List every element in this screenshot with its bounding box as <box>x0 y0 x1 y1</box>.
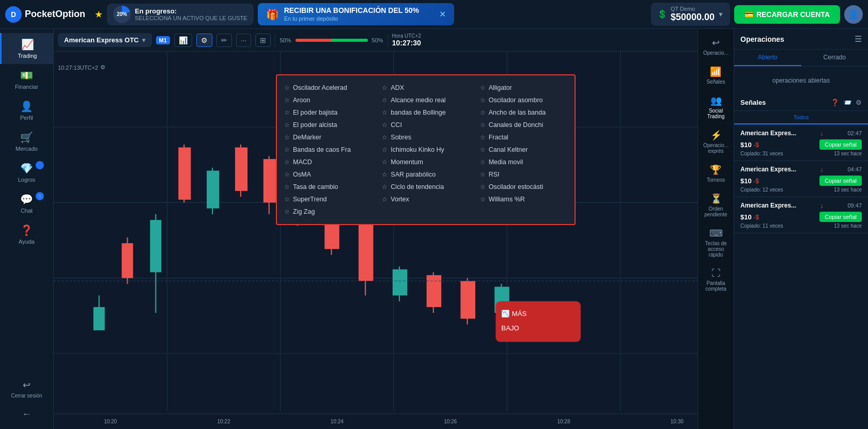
operations-list-icon[interactable]: ☰ <box>855 34 862 44</box>
star-icon[interactable]: ☆ <box>382 121 388 129</box>
gear-small-icon[interactable]: ⚙ <box>100 64 105 71</box>
grid-button[interactable]: ⊞ <box>255 34 271 47</box>
indicator-alligator[interactable]: ☆ Alligator <box>477 82 570 94</box>
indicator-poder-bajista[interactable]: ☆ El poder bajista <box>281 106 375 119</box>
logout-button[interactable]: ↩ Cerrar sesión <box>6 374 47 404</box>
star-icon[interactable]: ☆ <box>480 146 486 153</box>
tab-closed[interactable]: Cerrado <box>801 50 869 66</box>
bonus-banner[interactable]: 🎁 RECIBIR UNA BONIFICACIÓN DEL 50% En tu… <box>258 3 454 25</box>
star-icon[interactable]: ☆ <box>284 183 290 190</box>
star-icon[interactable]: ☆ <box>284 97 290 104</box>
indicator-fractal[interactable]: ☆ Fractal <box>477 131 570 144</box>
indicator-oscilador-estocastico[interactable]: ☆ Oscilador estocásti <box>477 181 570 193</box>
star-icon[interactable]: ☆ <box>284 146 290 153</box>
star-icon[interactable]: ☆ <box>382 109 388 116</box>
signals-telegram-icon[interactable]: 📨 <box>843 99 851 106</box>
sidebar-item-financiar[interactable]: 💵 Financiar <box>0 64 53 95</box>
signals-help-icon[interactable]: ❓ <box>831 99 839 106</box>
sidebar-item-teclas[interactable]: ⌨ Teclas de acceso rápido <box>698 224 734 262</box>
indicator-rsi[interactable]: ☆ RSI <box>477 168 570 181</box>
asset-selector[interactable]: American Express OTC ▾ <box>58 33 152 47</box>
sidebar-item-perfil[interactable]: 👤 Perfil <box>0 95 53 126</box>
indicator-keltner[interactable]: ☆ Canal Keltner <box>477 144 570 156</box>
star-icon[interactable]: ☆ <box>382 146 388 153</box>
indicator-oscilador-acelerado[interactable]: ☆ Oscilador Acelerad <box>281 82 375 94</box>
star-icon[interactable]: ☆ <box>480 84 486 91</box>
star-icon[interactable]: ☆ <box>284 109 290 116</box>
sidebar-item-operaciones-hist[interactable]: ↩ Operacio... <box>701 33 731 60</box>
indicator-ancho-bandas[interactable]: ☆ Ancho de las banda <box>477 106 570 119</box>
filter-all[interactable]: Todos <box>734 111 868 124</box>
indicator-demarker[interactable]: ☆ DeMarker <box>281 131 375 144</box>
indicator-poder-alcista[interactable]: ☆ El poder alcista <box>281 119 375 131</box>
favorite-icon[interactable]: ★ <box>95 9 103 20</box>
star-icon[interactable]: ☆ <box>382 97 388 104</box>
star-icon[interactable]: ☆ <box>480 109 486 116</box>
sidebar-item-senales[interactable]: 📶 Señales <box>704 62 727 89</box>
star-icon[interactable]: ☆ <box>284 171 290 178</box>
star-icon[interactable]: ☆ <box>382 84 388 91</box>
tab-open[interactable]: Abierto <box>734 50 801 66</box>
star-icon[interactable]: ☆ <box>480 196 486 203</box>
logo[interactable]: D PocketOption <box>5 6 85 23</box>
star-icon[interactable]: ☆ <box>382 183 388 190</box>
indicator-cci[interactable]: ☆ CCI <box>379 119 472 131</box>
indicator-sobres[interactable]: ☆ Sobres <box>379 131 472 144</box>
copy-signal-button-3[interactable]: Copiar señal <box>819 212 862 222</box>
indicator-ciclo-tendencia[interactable]: ☆ Ciclo de tendencia <box>379 181 472 193</box>
star-icon[interactable]: ☆ <box>480 134 486 141</box>
indicator-osma[interactable]: ☆ OsMA <box>281 168 375 181</box>
indicator-supertrend[interactable]: ☆ SuperTrend <box>281 193 375 205</box>
sidebar-item-chat[interactable]: 💬 Chat 5 <box>0 188 53 219</box>
indicator-media-movil[interactable]: ☆ Media movil <box>477 156 570 168</box>
sidebar-item-orden-pendiente[interactable]: ⏳ Orden pendiente <box>698 189 734 221</box>
indicator-oscilador-asombroso[interactable]: ☆ Oscilador asombro <box>477 94 570 106</box>
sidebar-item-logros[interactable]: 💎 Logros <box>0 157 53 188</box>
star-icon[interactable]: ☆ <box>284 196 290 203</box>
indicator-bollinger[interactable]: ☆ bandas de Bollinge <box>379 106 472 119</box>
star-icon[interactable]: ☆ <box>480 171 486 178</box>
sidebar-item-trading[interactable]: 📈 Trading <box>0 33 53 64</box>
sidebar-item-social-trading[interactable]: 👥 Social Trading <box>698 91 734 123</box>
sidebar-item-ayuda[interactable]: ❓ Ayuda <box>0 219 53 250</box>
indicator-aroon[interactable]: ☆ Aroon <box>281 94 375 106</box>
sidebar-item-pantalla-completa[interactable]: ⛶ Pantalla completa <box>698 264 734 296</box>
star-icon[interactable]: ☆ <box>480 158 486 166</box>
indicator-alcance-medio[interactable]: ☆ Alcance medio real <box>379 94 472 106</box>
star-icon[interactable]: ☆ <box>480 183 486 190</box>
star-icon[interactable]: ☆ <box>284 84 290 91</box>
recharge-button[interactable]: 💳 RECARGAR CUENTA <box>734 5 840 24</box>
indicator-williams[interactable]: ☆ Williams %R <box>477 193 570 205</box>
more-button[interactable]: ··· <box>236 34 252 47</box>
indicator-momentum[interactable]: ☆ Momentum <box>379 156 472 168</box>
indicator-vortex[interactable]: ☆ Vortex <box>379 193 472 205</box>
star-icon[interactable]: ☆ <box>284 121 290 129</box>
sidebar-item-torneos[interactable]: 🏆 Torneos <box>705 160 727 187</box>
pencil-button[interactable]: ✏ <box>216 34 232 47</box>
indicator-adx[interactable]: ☆ ADX <box>379 82 472 94</box>
indicator-zigzag[interactable]: ☆ Zig Zag <box>281 205 375 218</box>
star-icon[interactable]: ☆ <box>382 171 388 178</box>
star-icon[interactable]: ☆ <box>284 158 290 166</box>
star-icon[interactable]: ☆ <box>480 97 486 104</box>
indicator-tasa-cambio[interactable]: ☆ Tasa de cambio <box>281 181 375 193</box>
indicator-ichimoku[interactable]: ☆ Ichimoku Kinko Hy <box>379 144 472 156</box>
bonus-close-icon[interactable]: ✕ <box>439 9 446 19</box>
avatar[interactable]: 👤 <box>844 5 863 24</box>
signals-settings-icon[interactable]: ⚙ <box>856 99 862 106</box>
account-dropdown-icon[interactable]: ▼ <box>718 11 724 18</box>
sidebar-item-operaciones-express[interactable]: ⚡ Operacio... exprés <box>698 125 734 158</box>
sidebar-item-mercado[interactable]: 🛒 Mercado <box>0 126 53 157</box>
bar-chart-button[interactable]: 📊 <box>174 34 192 47</box>
copy-signal-button-1[interactable]: Copiar señal <box>819 139 862 150</box>
settings-button[interactable]: ⚙ <box>196 34 212 47</box>
star-icon[interactable]: ☆ <box>480 121 486 129</box>
star-icon[interactable]: ☆ <box>284 208 290 215</box>
indicator-macd[interactable]: ☆ MACD <box>281 156 375 168</box>
timeframe-badge[interactable]: M1 <box>156 36 170 44</box>
copy-signal-button-2[interactable]: Copiar señal <box>819 176 862 186</box>
star-icon[interactable]: ☆ <box>382 134 388 141</box>
indicator-donchi[interactable]: ☆ Canales de Donchi <box>477 119 570 131</box>
star-icon[interactable]: ☆ <box>284 134 290 141</box>
star-icon[interactable]: ☆ <box>382 196 388 203</box>
